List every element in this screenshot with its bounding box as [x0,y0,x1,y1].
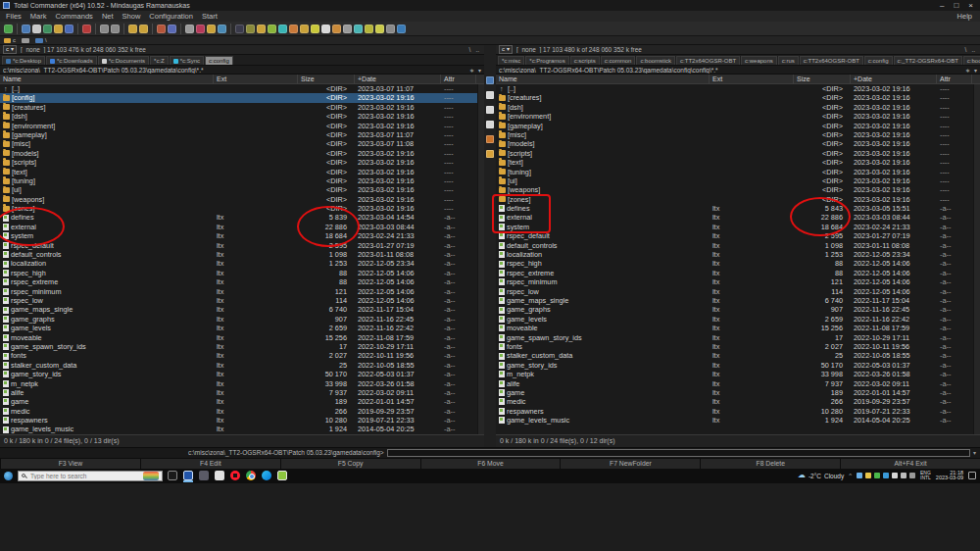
edge-taskbar-icon[interactable] [262,471,271,480]
system[interactable]: system ltx 18 684 2023-02-24 21:33 -a-- [0,231,484,240]
tray-network-icon[interactable] [909,473,915,478]
rspec_minimum[interactable]: rspec_minimum ltx 121 2022-12-05 14:06 -… [0,287,484,296]
medic[interactable]: medic ltx 266 2019-09-29 23:57 -a-- [0,407,484,416]
moveable[interactable]: moveable ltx 15 256 2022-11-08 17:59 -a-… [496,324,980,332]
alife[interactable]: alife ltx 7 937 2022-03-02 09:11 -a-- [496,379,980,388]
folder-tab[interactable]: *c:Downloads [46,56,97,65]
fonts[interactable]: fonts ltx 2 027 2022-10-11 19:56 -a-- [0,351,484,360]
[zones][interactable]: [zones] <DIR> 2023-03-02 19:16 ---- [496,195,980,204]
localization[interactable]: localization ltx 1 253 2022-12-05 23:34 … [496,250,980,259]
back-icon[interactable] [100,25,109,33]
quick-view-icon[interactable] [54,25,63,33]
folder-tab[interactable]: c:boomstick [963,56,980,65]
rspec_high[interactable]: rspec_high ltx 88 2022-12-05 14:06 -a-- [496,259,980,268]
[models][interactable]: [models] <DIR> 2023-03-02 19:16 ---- [0,149,484,158]
rspec_extreme[interactable]: rspec_extreme ltx 88 2022-12-05 14:06 -a… [0,277,484,286]
rspec_extreme[interactable]: rspec_extreme ltx 88 2022-12-05 14:06 -a… [496,269,980,277]
[tuning][interactable]: [tuning] <DIR> 2023-03-02 19:16 ---- [0,176,484,185]
taskbar-weather[interactable]: ☁ -2°C Cloudy [798,472,844,479]
drive-c-button[interactable]: c [4,37,16,43]
[misc][interactable]: [misc] <DIR> 2023-03-02 19:16 ---- [496,130,980,139]
start-button[interactable] [4,472,13,480]
record-icon[interactable] [82,25,91,33]
rspec_low[interactable]: rspec_low ltx 114 2022-12-05 14:06 -a-- [496,287,980,296]
column-header-attr[interactable]: Attr [937,75,972,83]
folder-tab[interactable]: c:boomstick [636,56,675,65]
game_graphs[interactable]: game_graphs ltx 907 2022-11-16 22:45 -a-… [496,305,980,314]
vertical-scrollbar[interactable] [973,84,980,434]
command-history-dropdown[interactable]: ▾ [973,449,976,456]
function-key-button[interactable]: F7 NewFolder [560,459,700,469]
language-indicator[interactable]: ENG INTL [920,471,931,480]
parent-dir-button[interactable]: .. [971,46,975,53]
[gameplay][interactable]: [gameplay] <DIR> 2023-03-02 19:16 ---- [496,122,980,130]
close-button[interactable]: × [968,1,973,11]
[dsh][interactable]: [dsh] <DIR> 2023-03-02 19:16 ---- [496,103,980,112]
column-header-size[interactable]: Size [794,75,851,83]
root-dir-button[interactable]: \ [469,46,471,53]
tray-keyboard-icon[interactable] [892,473,898,478]
notification-center-icon[interactable] [968,472,976,479]
menu-item[interactable]: Commands [56,12,93,21]
toolbar-icon[interactable] [152,24,153,34]
[environment][interactable]: [environment] <DIR> 2023-03-02 19:16 ---… [0,122,484,130]
game_maps_single[interactable]: game_maps_single ltx 6 740 2022-11-17 15… [0,305,484,314]
root-dir-button[interactable]: \ [965,46,967,53]
lock-icon[interactable] [278,25,287,33]
toolbar-icon[interactable] [17,24,18,34]
toolbar-icon[interactable] [230,24,231,34]
game_story_ids[interactable]: game_story_ids ltx 50 170 2022-05-03 01:… [496,361,980,370]
[ui][interactable]: [ui] <DIR> 2023-03-02 19:16 ---- [496,176,980,185]
rspec_high[interactable]: rspec_high ltx 88 2022-12-05 14:06 -a-- [0,269,484,277]
game_levels[interactable]: game_levels ltx 2 659 2022-11-16 22:42 -… [0,324,484,332]
tray-volume-icon[interactable] [901,473,906,478]
paint-taskbar-icon[interactable] [199,471,209,480]
eject-icon[interactable] [386,25,395,33]
history-dropdown-button[interactable]: ▾ [974,67,977,74]
[models][interactable]: [models] <DIR> 2023-03-02 19:16 ---- [496,139,980,148]
[tuning][interactable]: [tuning] <DIR> 2023-03-02 19:16 ---- [496,168,980,176]
compare-icon[interactable] [196,25,205,33]
folder-tab[interactable]: *c:Programos [525,56,568,65]
folder-tab[interactable]: c:TT2x64OGSR-OBT [676,56,740,65]
[scripts][interactable]: [scripts] <DIR> 2023-03-02 19:16 ---- [496,149,980,158]
localization[interactable]: localization ltx 1 253 2022-12-05 23:34 … [0,259,484,268]
opera-taskbar-icon[interactable] [230,471,240,480]
full-view-icon[interactable] [32,25,41,33]
m_netpk[interactable]: m_netpk ltx 33 998 2022-03-26 01:58 -a-- [0,379,484,388]
notepad-taskbar-icon[interactable] [277,471,287,480]
external[interactable]: external ltx 22 886 2023-03-03 08:44 -a-… [0,223,484,231]
drive-icon[interactable] [300,25,309,33]
terminal-icon[interactable] [235,25,244,33]
[zones][interactable]: [zones] <DIR> 2023-03-02 19:16 ---- [0,204,484,213]
rspec_low[interactable]: rspec_low ltx 114 2022-12-05 14:06 -a-- [0,296,484,305]
forward-icon[interactable] [111,25,120,33]
pack-icon[interactable] [128,25,137,33]
folder-tab[interactable]: *c:Z [150,56,169,65]
rspec_minimum[interactable]: rspec_minimum ltx 121 2022-12-05 14:06 -… [496,277,980,286]
folder-tab[interactable]: c:config [205,56,233,65]
[environment][interactable]: [environment] <DIR> 2023-03-02 19:16 ---… [496,112,980,121]
calculator-taskbar-icon[interactable] [215,471,224,480]
menu-item[interactable]: Net [102,12,114,21]
tray-app-icon-2[interactable] [865,473,871,478]
copy-names-icon[interactable] [486,91,494,99]
[ui][interactable]: [ui] <DIR> 2023-03-02 19:16 ---- [0,185,484,194]
game_levels_music[interactable]: game_levels_music ltx 1 924 2014-05-04 2… [496,416,980,425]
maximize-button[interactable]: □ [954,1,958,11]
game_maps_single[interactable]: game_maps_single ltx 6 740 2022-11-17 15… [496,296,980,305]
column-header-name[interactable]: Name [0,75,214,83]
function-key-button[interactable]: F8 Delete [700,459,840,469]
respawners[interactable]: respawners ltx 10 280 2019-07-21 22:33 -… [496,407,980,416]
menu-item[interactable]: Show [122,12,141,21]
drive-selector[interactable]: c▾ [3,45,17,54]
folder-tab[interactable]: c:config [864,56,893,65]
function-key-button[interactable]: Alt+F4 Exit [840,459,980,469]
folder-tab[interactable]: c:_TT2-OGSRx64-OBT [894,56,962,65]
favorites-button[interactable]: ∗ [965,67,970,74]
function-key-button[interactable]: F6 Move [420,459,561,469]
tray-chevron-icon[interactable]: ^ [849,473,852,478]
sc-icon[interactable] [246,25,255,33]
game_levels[interactable]: game_levels ltx 2 659 2022-11-16 22:42 -… [496,315,980,324]
chrome-taskbar-icon[interactable] [246,471,256,480]
